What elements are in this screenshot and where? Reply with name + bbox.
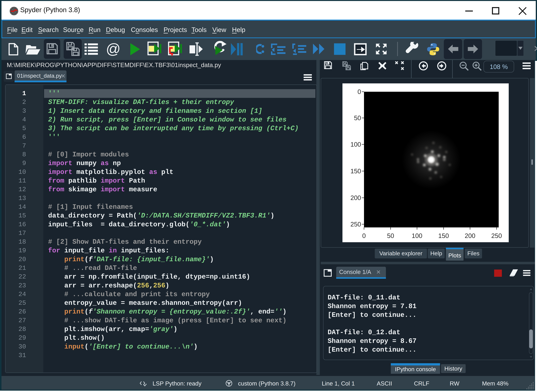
svg-text:50: 50: [354, 114, 361, 121]
svg-text:50: 50: [387, 232, 394, 239]
svg-text:0: 0: [362, 232, 366, 239]
svg-text:200: 200: [465, 232, 475, 239]
svg-text:250: 250: [491, 232, 502, 239]
svg-text:100: 100: [350, 141, 361, 148]
svg-text:150: 150: [438, 232, 449, 239]
svg-text:200: 200: [350, 194, 361, 201]
svg-text:0: 0: [357, 88, 361, 95]
svg-text:150: 150: [350, 168, 361, 175]
svg-text:100: 100: [412, 232, 422, 239]
svg-text:250: 250: [350, 221, 361, 228]
